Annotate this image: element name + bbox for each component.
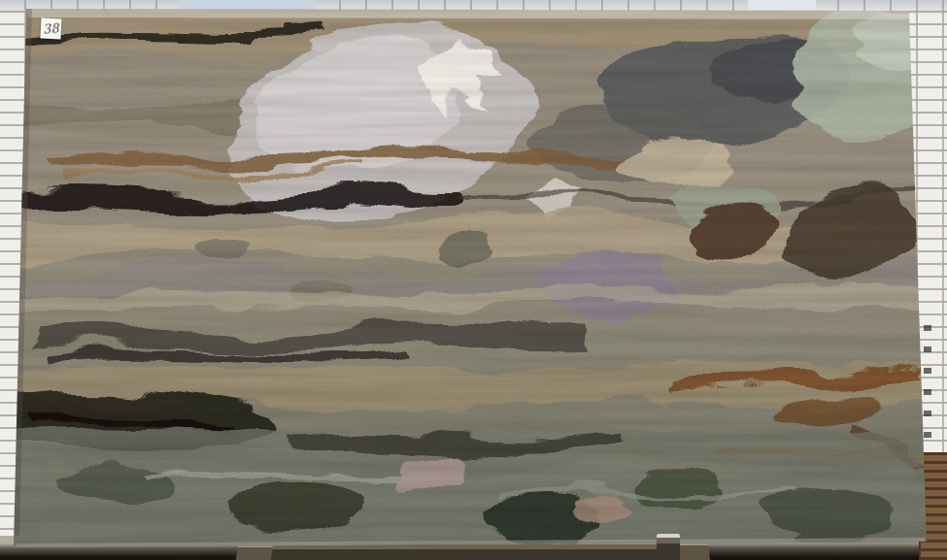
- inventory-tag: 38: [40, 17, 61, 39]
- rack-bracket-left: [236, 544, 273, 560]
- rack-clamp: [657, 534, 680, 560]
- inventory-tag-number: 38: [43, 21, 60, 35]
- wall-shadow-marks: [924, 325, 931, 461]
- warehouse-scene: 38: [0, 0, 947, 560]
- slab-texture: [0, 0, 947, 560]
- wall-window-panel-small: [748, 0, 816, 11]
- stone-slab: [0, 0, 947, 560]
